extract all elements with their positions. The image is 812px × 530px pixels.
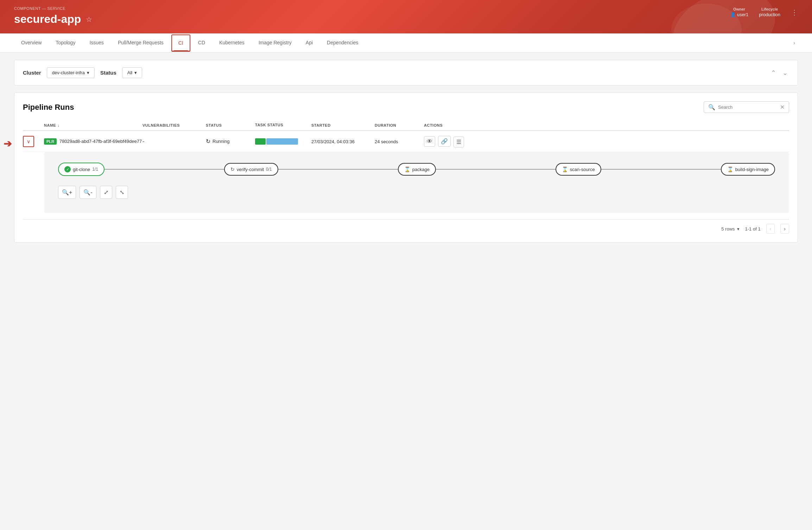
pipeline-node-package[interactable]: ⌛ package xyxy=(398,163,436,176)
cluster-dropdown[interactable]: dev-cluster-infra ▾ xyxy=(47,67,95,78)
connector-3 xyxy=(436,169,556,170)
header-actions: ACTIONS xyxy=(424,123,466,127)
task-segment-green xyxy=(255,138,266,145)
expand-row-button[interactable]: ∨ xyxy=(23,136,34,147)
table-row: ∨ PLR 78029ad8-abd7-47fb-af3f-69ebf49dee… xyxy=(23,131,789,152)
pipeline-diagram: ✓ git-clone 1/1 ↻ verify-commit 0/1 ⌛ pa… xyxy=(44,152,789,213)
fullscreen-icon: ⤡ xyxy=(120,189,124,196)
refresh-icon: ↻ xyxy=(230,166,235,172)
tabs-more-chevron[interactable]: › xyxy=(791,37,798,49)
tab-api[interactable]: Api xyxy=(299,33,320,52)
pipeline-name-cell: PLR 78029ad8-abd7-47fb-af3f-69ebf49dee77 xyxy=(44,138,142,145)
vulnerabilities-cell: - xyxy=(142,138,206,145)
plr-badge: PLR xyxy=(44,138,57,145)
owner-label: Owner xyxy=(730,7,749,11)
red-arrow-icon: ➔ xyxy=(4,138,12,150)
table-footer: 5 rows ▾ 1-1 of 1 ‹ › xyxy=(23,219,789,234)
pipeline-nodes: ✓ git-clone 1/1 ↻ verify-commit 0/1 ⌛ pa… xyxy=(58,163,775,176)
header-status: STATUS xyxy=(206,123,255,127)
tab-dependencies[interactable]: Dependencies xyxy=(320,33,366,52)
tab-issues[interactable]: Issues xyxy=(82,33,110,52)
link-icon: 🔗 xyxy=(441,138,448,145)
pagination-info: 1-1 of 1 xyxy=(745,226,761,232)
actions-cell: 👁 🔗 ☰ xyxy=(424,135,466,147)
connector-2 xyxy=(278,169,398,170)
search-clear-icon[interactable]: ✕ xyxy=(780,104,785,111)
pipeline-title: Pipeline Runs xyxy=(23,103,74,112)
owner-meta: Owner 👤 user1 xyxy=(730,7,749,17)
fullscreen-button[interactable]: ⤡ xyxy=(116,186,128,199)
search-icon: 🔍 xyxy=(708,104,715,111)
app-header: COMPONENT — SERVICE secured-app ☆ Owner … xyxy=(0,0,812,33)
connector-1 xyxy=(104,169,224,170)
next-page-button[interactable]: › xyxy=(780,224,789,234)
favorite-star[interactable]: ☆ xyxy=(86,15,92,24)
zoom-out-icon: 🔍- xyxy=(83,189,92,196)
zoom-in-icon: 🔍+ xyxy=(62,189,72,196)
header-name: NAME ↓ xyxy=(44,123,142,127)
git-clone-label: git-clone xyxy=(73,167,90,172)
search-box: 🔍 ✕ xyxy=(704,101,789,113)
duration-cell: 24 seconds xyxy=(375,138,424,145)
pipeline-node-git-clone[interactable]: ✓ git-clone 1/1 xyxy=(58,163,104,176)
rows-per-page-select[interactable]: 5 rows ▾ xyxy=(721,226,739,232)
header-started: STARTED xyxy=(311,123,375,127)
tab-overview[interactable]: Overview xyxy=(14,33,49,52)
breadcrumb: COMPONENT — SERVICE xyxy=(14,6,798,11)
zoom-in-button[interactable]: 🔍+ xyxy=(58,186,76,199)
header-expand xyxy=(23,123,44,127)
pipeline-node-scan-source[interactable]: ⌛ scan-source xyxy=(556,163,601,176)
view-logs-button[interactable]: 👁 xyxy=(424,136,435,147)
header-vulnerabilities: VULNERABILITIES xyxy=(142,123,206,127)
diagram-controls: 🔍+ 🔍- ⤢ ⤡ xyxy=(58,186,775,199)
expand-icon[interactable]: ⌄ xyxy=(781,68,789,78)
tab-image-registry[interactable]: Image Registry xyxy=(252,33,299,52)
lifecycle-label: Lifecycle xyxy=(759,7,780,11)
status-dropdown[interactable]: All ▾ xyxy=(122,67,142,78)
expand-chevron-icon: ∨ xyxy=(27,139,30,144)
status-cell: ↻ Running xyxy=(206,138,255,145)
arrow-annotation: ➔ xyxy=(4,138,12,150)
search-input[interactable] xyxy=(718,105,777,110)
logs-icon: ☰ xyxy=(456,139,461,145)
output-button[interactable]: ☰ xyxy=(453,137,464,147)
checkmark-icon: ✓ xyxy=(64,166,71,172)
hourglass-icon-3: ⌛ xyxy=(727,166,733,172)
tab-pullmerge[interactable]: Pull/Merge Requests xyxy=(111,33,171,52)
header-task-status: TASK STATUS xyxy=(255,123,311,127)
prev-page-button[interactable]: ‹ xyxy=(766,224,775,234)
reset-zoom-button[interactable]: ⤢ xyxy=(100,186,112,199)
owner-value: user1 xyxy=(737,12,749,17)
nav-tabs: Overview Topology Issues Pull/Merge Requ… xyxy=(0,33,812,53)
git-clone-count: 1/1 xyxy=(92,167,98,172)
verify-commit-count: 0/1 xyxy=(266,167,272,172)
lifecycle-meta: Lifecycle production xyxy=(759,7,780,17)
eye-icon: 👁 xyxy=(427,138,432,145)
collapse-icon[interactable]: ⌃ xyxy=(769,68,778,78)
build-sign-image-label: build-sign-image xyxy=(735,167,769,172)
pipeline-node-verify-commit[interactable]: ↻ verify-commit 0/1 xyxy=(224,163,278,176)
running-spinner-icon: ↻ xyxy=(206,138,210,145)
pipeline-node-build-sign-image[interactable]: ⌛ build-sign-image xyxy=(721,163,775,176)
filter-bar: Cluster dev-cluster-infra ▾ Status All ▾… xyxy=(14,60,798,86)
main-content: Cluster dev-cluster-infra ▾ Status All ▾… xyxy=(0,53,812,250)
task-segment-blue xyxy=(266,138,298,145)
hourglass-icon-1: ⌛ xyxy=(404,166,410,172)
tab-cd[interactable]: CD xyxy=(191,33,212,52)
link-button[interactable]: 🔗 xyxy=(438,136,451,147)
tab-kubernetes[interactable]: Kubernetes xyxy=(212,33,252,52)
tab-ci[interactable]: CI xyxy=(171,34,190,52)
tab-topology[interactable]: Topology xyxy=(49,33,82,52)
hourglass-icon-2: ⌛ xyxy=(562,166,568,172)
user-icon: 👤 xyxy=(730,12,736,17)
kebab-menu-icon[interactable]: ⋮ xyxy=(791,8,798,17)
pipeline-runs-section: Pipeline Runs 🔍 ✕ NAME ↓ VULNERABILITIES… xyxy=(14,93,798,242)
table-header: NAME ↓ VULNERABILITIES STATUS TASK STATU… xyxy=(23,120,789,131)
zoom-out-button[interactable]: 🔍- xyxy=(80,186,96,199)
cluster-filter-label: Cluster xyxy=(23,70,41,76)
scan-source-label: scan-source xyxy=(570,167,595,172)
cluster-chevron-icon: ▾ xyxy=(87,70,89,75)
header-duration: DURATION xyxy=(375,123,424,127)
table-row-container: ➔ ∨ PLR 78029ad8-abd7-47fb-af3f-69ebf49d… xyxy=(23,131,789,152)
reset-icon: ⤢ xyxy=(104,189,108,196)
